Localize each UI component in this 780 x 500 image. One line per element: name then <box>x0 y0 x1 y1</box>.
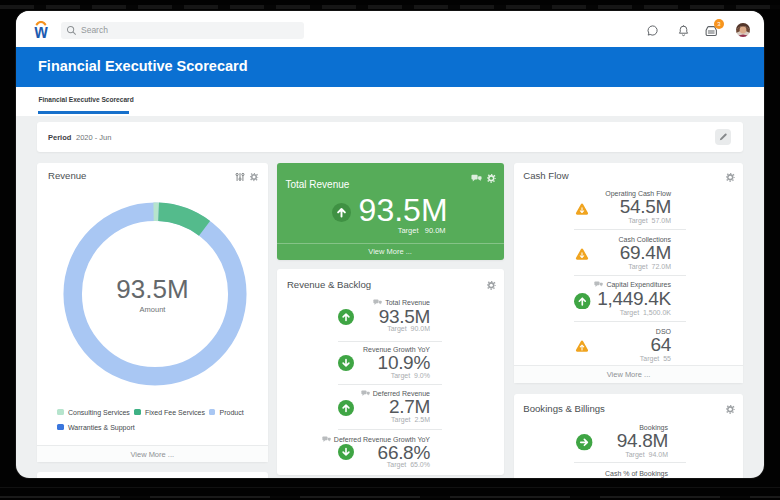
svg-text:w: w <box>33 21 47 40</box>
